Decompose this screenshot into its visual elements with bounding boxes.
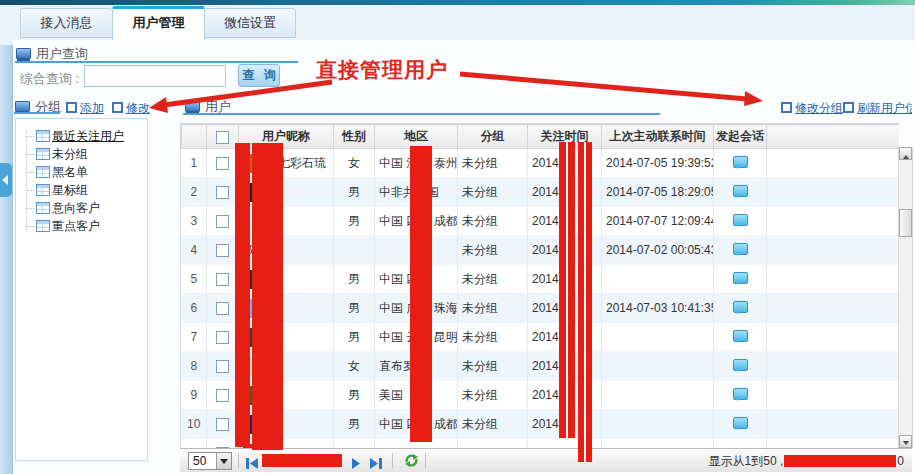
cell-last-contact: 2014-07-07 12:09:44	[602, 207, 714, 236]
row-number: 4	[182, 236, 207, 265]
cell-checkbox	[207, 294, 239, 323]
row-checkbox[interactable]	[216, 215, 229, 228]
grid-table-icon	[36, 220, 50, 232]
chat-bubble-icon[interactable]	[733, 214, 748, 226]
monitor-icon	[185, 101, 200, 112]
edit-group-link[interactable]: 修改	[112, 100, 150, 117]
table-row: 5长男中国 四川未分组2014-	[182, 265, 900, 294]
last-page-icon[interactable]	[370, 455, 383, 473]
scroll-down-icon[interactable]	[899, 435, 912, 448]
row-checkbox[interactable]	[216, 418, 229, 431]
cell-start-chat	[714, 149, 767, 178]
tab-user-management[interactable]: 用户管理	[112, 6, 205, 41]
tab-access-messages[interactable]: 接入消息	[20, 8, 113, 38]
chat-bubble-icon[interactable]	[733, 156, 748, 168]
chat-bubble-icon[interactable]	[733, 185, 748, 197]
cell-checkbox	[207, 381, 239, 410]
dropdown-arrow-icon[interactable]	[216, 453, 231, 469]
group-item[interactable]: 重点客户	[24, 217, 139, 235]
top-strip	[0, 0, 915, 5]
col-filler	[767, 125, 900, 149]
cell-checkbox	[207, 236, 239, 265]
redaction-bar	[262, 454, 342, 467]
row-number: 9	[182, 381, 207, 410]
row-checkbox[interactable]	[216, 360, 229, 373]
row-number: 1	[182, 149, 207, 178]
chat-bubble-icon[interactable]	[733, 243, 748, 255]
row-checkbox[interactable]	[216, 244, 229, 257]
row-number: 2	[182, 178, 207, 207]
annotation-text: 直接管理用户	[316, 56, 448, 84]
cell-filler	[767, 236, 900, 265]
col-last-contact: 上次主动联系时间	[602, 125, 714, 149]
tab-wechat-settings[interactable]: 微信设置	[204, 8, 296, 38]
chat-bubble-icon[interactable]	[733, 330, 748, 342]
next-page-icon[interactable]	[352, 455, 361, 473]
collapse-arrow-icon[interactable]	[0, 163, 12, 197]
chat-bubble-icon[interactable]	[733, 388, 748, 400]
query-button[interactable]: 查 询	[238, 64, 280, 87]
row-checkbox[interactable]	[216, 273, 229, 286]
modify-group-link[interactable]: 修改分组	[781, 100, 843, 117]
divider	[238, 453, 239, 468]
first-page-icon[interactable]	[246, 455, 259, 473]
collapsed-panel-strip[interactable]	[0, 45, 13, 474]
groups-sidebar: 最近关注用户未分组黑名单星标组意向客户重点客户	[15, 118, 148, 461]
select-all-checkbox[interactable]	[216, 131, 229, 144]
table-row: 4叔未分组2014-2014-07-02 00:05:43	[182, 236, 900, 265]
query-input[interactable]	[84, 65, 226, 87]
row-checkbox[interactable]	[216, 186, 229, 199]
row-checkbox[interactable]	[216, 331, 229, 344]
chat-bubble-icon[interactable]	[733, 417, 748, 429]
grid-table-icon	[36, 130, 50, 142]
cell-group: 未分组	[458, 207, 528, 236]
group-item[interactable]: 意向客户	[24, 199, 139, 217]
grid-table-icon	[36, 148, 50, 160]
square-icon	[66, 102, 77, 113]
refresh-user-info-link[interactable]: 刷新用户信息	[843, 100, 912, 117]
table-row: 2男中非共和国未分组2014-2014-07-05 18:29:05	[182, 178, 900, 207]
cell-group: 未分组	[458, 265, 528, 294]
table-row: 10男中国 四川 成都未分组2014-	[182, 410, 900, 439]
redaction-bar	[252, 143, 283, 450]
cell-start-chat	[714, 207, 767, 236]
cell-gender: 女	[334, 352, 375, 381]
table-row: 9男美国未分组2014-	[182, 381, 900, 410]
chat-bubble-icon[interactable]	[733, 359, 748, 371]
scrollbar-thumb[interactable]	[899, 209, 912, 237]
row-number: 7	[182, 323, 207, 352]
group-item[interactable]: 未分组	[24, 145, 139, 163]
col-start-chat: 发起会话	[714, 125, 767, 149]
table-row: 3男中国 四川 成都未分组2014-2014-07-07 12:09:44	[182, 207, 900, 236]
cell-filler	[767, 410, 900, 439]
cell-last-contact	[602, 323, 714, 352]
chat-bubble-icon[interactable]	[733, 272, 748, 284]
table-row: 7男中国 云南 昆明未分组2014-	[182, 323, 900, 352]
group-tree: 最近关注用户未分组黑名单星标组意向客户重点客户	[24, 127, 139, 235]
square-icon	[843, 102, 854, 113]
chat-bubble-icon[interactable]	[733, 301, 748, 313]
group-item[interactable]: 最近关注用户	[24, 127, 139, 145]
cell-checkbox	[207, 410, 239, 439]
row-checkbox[interactable]	[216, 389, 229, 402]
page-size-select[interactable]: 50	[188, 452, 232, 470]
square-icon	[781, 102, 792, 113]
redaction-bar	[410, 146, 432, 442]
cell-gender: 男	[334, 410, 375, 439]
grid-table-icon	[36, 166, 50, 178]
cell-start-chat	[714, 236, 767, 265]
row-number: 8	[182, 352, 207, 381]
cell-start-chat	[714, 178, 767, 207]
col-gender: 性别	[334, 125, 375, 149]
scroll-up-icon[interactable]	[899, 147, 912, 160]
cell-filler	[767, 323, 900, 352]
table-scrollbar[interactable]	[898, 147, 913, 448]
row-checkbox[interactable]	[216, 302, 229, 315]
table-row: 6男中国 广东 珠海未分组2014-2014-07-03 10:41:35	[182, 294, 900, 323]
add-group-link[interactable]: 添加	[66, 100, 104, 117]
col-region: 地区	[375, 125, 458, 149]
refresh-icon[interactable]	[404, 453, 419, 472]
group-item[interactable]: 黑名单	[24, 163, 139, 181]
group-item[interactable]: 星标组	[24, 181, 139, 199]
row-checkbox[interactable]	[216, 157, 229, 170]
